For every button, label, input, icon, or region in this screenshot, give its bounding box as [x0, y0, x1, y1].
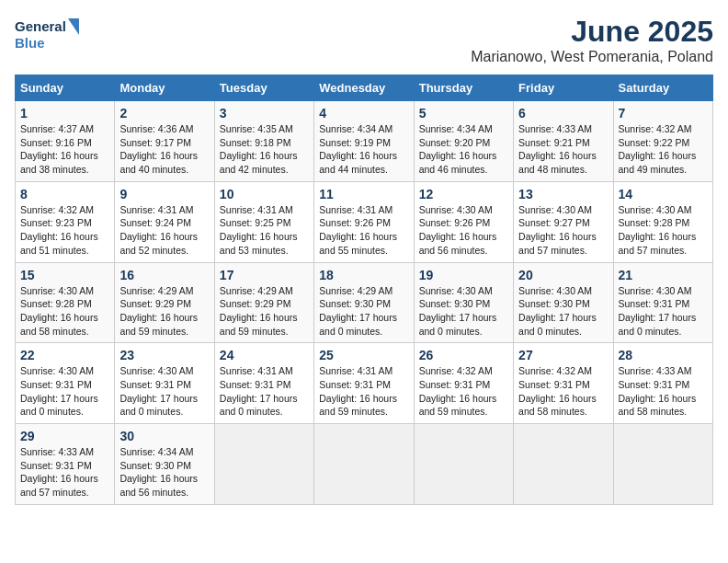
day-number: 29: [20, 429, 109, 443]
day-number: 15: [20, 268, 109, 282]
day-number: 2: [119, 106, 209, 121]
svg-text:General: General: [15, 18, 66, 34]
day-number: 6: [518, 106, 608, 121]
day-info: Sunrise: 4:30 AMSunset: 9:31 PMDaylight:…: [20, 365, 98, 417]
day-info: Sunrise: 4:30 AMSunset: 9:31 PMDaylight:…: [119, 365, 198, 417]
calendar-cell: 12 Sunrise: 4:30 AMSunset: 9:26 PMDaylig…: [414, 181, 513, 262]
day-number: 24: [220, 348, 309, 362]
weekday-header: Sunday: [16, 75, 115, 101]
day-number: 19: [419, 268, 508, 282]
subtitle: Marianowo, West Pomerania, Poland: [471, 49, 713, 65]
weekday-header: Wednesday: [314, 75, 414, 101]
day-info: Sunrise: 4:33 AMSunset: 9:31 PMDaylight:…: [20, 446, 98, 498]
logo-svg: General Blue: [15, 15, 79, 55]
day-info: Sunrise: 4:32 AMSunset: 9:31 PMDaylight:…: [518, 365, 597, 417]
day-info: Sunrise: 4:33 AMSunset: 9:21 PMDaylight:…: [518, 123, 597, 175]
calendar-cell: 2 Sunrise: 4:36 AMSunset: 9:17 PMDayligh…: [115, 101, 214, 182]
calendar-cell: [414, 424, 513, 505]
calendar-cell: 26 Sunrise: 4:32 AMSunset: 9:31 PMDaylig…: [414, 343, 513, 424]
day-number: 30: [119, 429, 209, 443]
calendar-cell: 24 Sunrise: 4:31 AMSunset: 9:31 PMDaylig…: [214, 343, 313, 424]
day-number: 12: [419, 187, 508, 201]
calendar-cell: 21 Sunrise: 4:30 AMSunset: 9:31 PMDaylig…: [613, 262, 712, 343]
day-info: Sunrise: 4:29 AMSunset: 9:30 PMDaylight:…: [319, 285, 397, 337]
svg-text:Blue: Blue: [15, 35, 45, 51]
day-number: 23: [119, 348, 209, 362]
day-info: Sunrise: 4:34 AMSunset: 9:19 PMDaylight:…: [319, 123, 397, 175]
day-info: Sunrise: 4:37 AMSunset: 9:16 PMDaylight:…: [20, 123, 98, 175]
calendar-cell: 27 Sunrise: 4:32 AMSunset: 9:31 PMDaylig…: [514, 343, 613, 424]
calendar-cell: 17 Sunrise: 4:29 AMSunset: 9:29 PMDaylig…: [214, 262, 313, 343]
weekday-header: Thursday: [414, 75, 513, 101]
calendar-cell: 4 Sunrise: 4:34 AMSunset: 9:19 PMDayligh…: [314, 101, 414, 182]
calendar-cell: [514, 424, 613, 505]
title-area: June 2025 Marianowo, West Pomerania, Pol…: [471, 15, 713, 65]
day-info: Sunrise: 4:33 AMSunset: 9:31 PMDaylight:…: [619, 365, 697, 417]
calendar-cell: 13 Sunrise: 4:30 AMSunset: 9:27 PMDaylig…: [514, 181, 613, 262]
calendar-cell: [314, 424, 414, 505]
calendar-cell: 18 Sunrise: 4:29 AMSunset: 9:30 PMDaylig…: [314, 262, 414, 343]
day-info: Sunrise: 4:30 AMSunset: 9:31 PMDaylight:…: [619, 285, 697, 337]
day-info: Sunrise: 4:30 AMSunset: 9:26 PMDaylight:…: [419, 204, 497, 256]
calendar-cell: 30 Sunrise: 4:34 AMSunset: 9:30 PMDaylig…: [115, 424, 214, 505]
calendar-week-row: 8 Sunrise: 4:32 AMSunset: 9:23 PMDayligh…: [16, 181, 713, 262]
calendar-cell: 3 Sunrise: 4:35 AMSunset: 9:18 PMDayligh…: [214, 101, 313, 182]
day-number: 25: [319, 348, 408, 362]
day-info: Sunrise: 4:35 AMSunset: 9:18 PMDaylight:…: [220, 123, 298, 175]
day-info: Sunrise: 4:29 AMSunset: 9:29 PMDaylight:…: [220, 285, 298, 337]
day-number: 1: [20, 106, 109, 121]
calendar-week-row: 22 Sunrise: 4:30 AMSunset: 9:31 PMDaylig…: [16, 343, 713, 424]
day-info: Sunrise: 4:34 AMSunset: 9:20 PMDaylight:…: [419, 123, 497, 175]
day-info: Sunrise: 4:31 AMSunset: 9:24 PMDaylight:…: [119, 204, 198, 256]
day-info: Sunrise: 4:30 AMSunset: 9:28 PMDaylight:…: [20, 285, 98, 337]
day-info: Sunrise: 4:34 AMSunset: 9:30 PMDaylight:…: [119, 446, 198, 498]
weekday-header: Monday: [115, 75, 214, 101]
calendar-cell: 23 Sunrise: 4:30 AMSunset: 9:31 PMDaylig…: [115, 343, 214, 424]
day-info: Sunrise: 4:30 AMSunset: 9:28 PMDaylight:…: [619, 204, 697, 256]
day-info: Sunrise: 4:30 AMSunset: 9:30 PMDaylight:…: [518, 285, 597, 337]
day-info: Sunrise: 4:31 AMSunset: 9:25 PMDaylight:…: [220, 204, 298, 256]
day-info: Sunrise: 4:36 AMSunset: 9:17 PMDaylight:…: [119, 123, 198, 175]
calendar-cell: 20 Sunrise: 4:30 AMSunset: 9:30 PMDaylig…: [514, 262, 613, 343]
calendar-week-row: 29 Sunrise: 4:33 AMSunset: 9:31 PMDaylig…: [16, 424, 713, 505]
day-number: 27: [518, 348, 608, 362]
day-number: 21: [619, 268, 708, 282]
calendar-cell: 10 Sunrise: 4:31 AMSunset: 9:25 PMDaylig…: [214, 181, 313, 262]
day-info: Sunrise: 4:32 AMSunset: 9:31 PMDaylight:…: [419, 365, 497, 417]
calendar-cell: 22 Sunrise: 4:30 AMSunset: 9:31 PMDaylig…: [16, 343, 115, 424]
weekday-header-row: SundayMondayTuesdayWednesdayThursdayFrid…: [16, 75, 713, 101]
calendar-cell: 6 Sunrise: 4:33 AMSunset: 9:21 PMDayligh…: [514, 101, 613, 182]
weekday-header: Friday: [514, 75, 613, 101]
day-number: 16: [119, 268, 209, 282]
day-number: 10: [220, 187, 309, 201]
calendar-cell: [214, 424, 313, 505]
calendar-cell: 7 Sunrise: 4:32 AMSunset: 9:22 PMDayligh…: [613, 101, 712, 182]
day-info: Sunrise: 4:30 AMSunset: 9:27 PMDaylight:…: [518, 204, 597, 256]
day-info: Sunrise: 4:31 AMSunset: 9:31 PMDaylight:…: [220, 365, 298, 417]
calendar-cell: 14 Sunrise: 4:30 AMSunset: 9:28 PMDaylig…: [613, 181, 712, 262]
calendar-cell: 5 Sunrise: 4:34 AMSunset: 9:20 PMDayligh…: [414, 101, 513, 182]
calendar-cell: 28 Sunrise: 4:33 AMSunset: 9:31 PMDaylig…: [613, 343, 712, 424]
day-info: Sunrise: 4:32 AMSunset: 9:23 PMDaylight:…: [20, 204, 98, 256]
calendar-cell: 1 Sunrise: 4:37 AMSunset: 9:16 PMDayligh…: [16, 101, 115, 182]
day-number: 4: [319, 106, 408, 121]
calendar-cell: 9 Sunrise: 4:31 AMSunset: 9:24 PMDayligh…: [115, 181, 214, 262]
calendar-week-row: 1 Sunrise: 4:37 AMSunset: 9:16 PMDayligh…: [16, 101, 713, 182]
day-number: 9: [119, 187, 209, 201]
day-number: 28: [619, 348, 708, 362]
header: General Blue June 2025 Marianowo, West P…: [15, 15, 713, 65]
day-number: 8: [20, 187, 109, 201]
weekday-header: Tuesday: [214, 75, 313, 101]
day-number: 17: [220, 268, 309, 282]
day-number: 18: [319, 268, 408, 282]
main-title: June 2025: [471, 15, 713, 49]
day-number: 3: [220, 106, 309, 121]
logo: General Blue: [15, 15, 79, 55]
day-number: 14: [619, 187, 708, 201]
day-info: Sunrise: 4:32 AMSunset: 9:22 PMDaylight:…: [619, 123, 697, 175]
weekday-header: Saturday: [613, 75, 712, 101]
svg-marker-2: [68, 18, 79, 35]
calendar-cell: [613, 424, 712, 505]
day-info: Sunrise: 4:31 AMSunset: 9:26 PMDaylight:…: [319, 204, 397, 256]
day-number: 22: [20, 348, 109, 362]
